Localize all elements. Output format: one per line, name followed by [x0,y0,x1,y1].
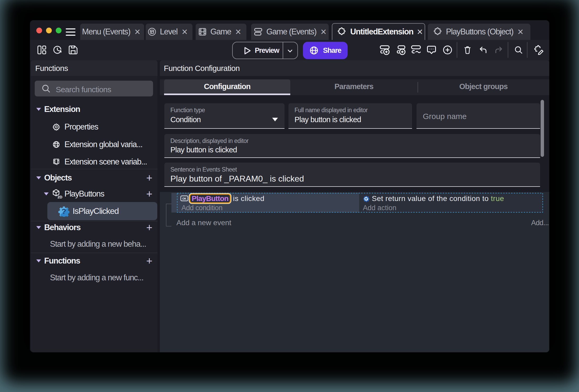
svg-text:2D: 2D [58,195,62,199]
svg-text:OK: OK [182,197,186,200]
svg-text:?: ? [62,207,66,215]
